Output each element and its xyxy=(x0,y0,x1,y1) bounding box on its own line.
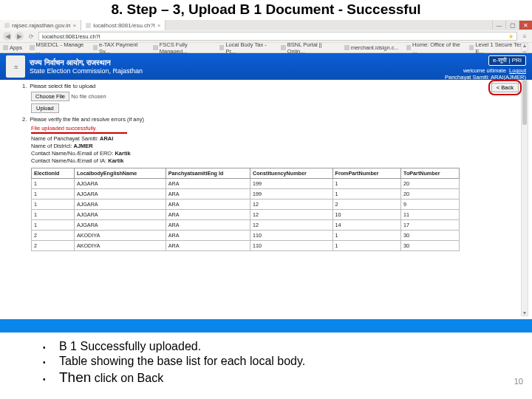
favicon-icon xyxy=(344,45,349,50)
bookmark-item[interactable]: FSCS Fully Managed... xyxy=(153,41,212,55)
favicon-icon xyxy=(469,45,474,50)
logout-link[interactable]: Logout xyxy=(509,67,526,74)
col-localbody: LocalbodyEnglishName xyxy=(74,168,166,178)
bookmark-item[interactable]: BSNL Portal || Onlin... xyxy=(281,41,336,55)
close-icon[interactable]: × xyxy=(157,22,161,29)
bookmark-item[interactable]: merchant.idsign.c... xyxy=(344,44,399,51)
favicon-icon xyxy=(406,45,411,50)
choose-file-button[interactable]: Choose File xyxy=(31,92,69,101)
step-number: 2. xyxy=(22,116,27,123)
header-title-english: State Election Commission, Rajasthan xyxy=(30,67,143,75)
step-text: Please select file to upload xyxy=(30,83,95,89)
bullet-2: •Table showing the base list for each lo… xyxy=(43,355,305,368)
table-cell: AJGARA xyxy=(74,209,166,219)
table-cell: 12 xyxy=(250,219,333,230)
table-cell: 9 xyxy=(401,199,460,209)
emblem-icon: ⚖ xyxy=(6,55,25,78)
table-row: 1AJGARAARA199120 xyxy=(32,178,460,188)
table-row: 1AJGARAARA121417 xyxy=(32,219,460,230)
table-body: 1AJGARAARA1991201AJGARAARA1991201AJGARAA… xyxy=(32,178,460,250)
window-close[interactable]: ✕ xyxy=(519,21,532,30)
favicon-icon xyxy=(93,45,98,50)
table-cell: 199 xyxy=(250,188,333,199)
table-cell: 1 xyxy=(332,240,401,250)
browser-chrome: rajsec.rajasthan.gov.in × localhost:8081… xyxy=(0,20,532,53)
favicon-icon xyxy=(86,23,91,28)
back-button[interactable]: < Back xyxy=(491,83,519,92)
table-row: 1AJGARAARA199120 xyxy=(32,188,460,199)
bookmark-label: Local Body Tax - Pr... xyxy=(225,41,273,55)
scroll-down-icon[interactable]: ▼ xyxy=(522,310,528,316)
table-cell: AKODIYA xyxy=(74,230,166,240)
upload-button[interactable]: Upload xyxy=(31,103,59,113)
meta-district: Name of District: AJMER xyxy=(31,143,510,149)
browser-tab-0[interactable]: rajsec.rajasthan.gov.in × xyxy=(0,20,81,30)
table-cell: ARA xyxy=(166,219,250,230)
bullet-1: •B 1 Successfully uploaded. xyxy=(43,340,305,353)
tab-label: rajsec.rajasthan.gov.in xyxy=(12,22,70,29)
table-cell: ARA xyxy=(166,178,250,188)
window-minimize[interactable]: — xyxy=(492,21,505,30)
reload-icon[interactable]: ⟳ xyxy=(27,32,35,41)
bullet-3: •Then click on Back xyxy=(43,369,305,386)
table-cell: 1 xyxy=(32,188,75,199)
bookmark-item[interactable]: Home: Office of the ... xyxy=(406,41,462,55)
browser-tab-1[interactable]: localhost:8081/esu.ch?l × xyxy=(81,20,166,30)
table-cell: 20 xyxy=(401,178,460,188)
bookmark-label: Apps xyxy=(10,44,22,51)
table-cell: AJGARA xyxy=(74,219,166,230)
favicon-icon xyxy=(219,45,224,50)
meta-ero: Contact Name/No./Email of ERO: Kartik xyxy=(31,150,510,157)
table-cell: ARA xyxy=(166,209,250,219)
table-cell: 14 xyxy=(332,219,401,230)
address-bar[interactable]: localhost:8081/esu.ch?l ★ xyxy=(38,32,517,41)
page-content: < Back 1. Please select file to upload C… xyxy=(0,80,532,251)
nav-back-icon[interactable]: ◀ xyxy=(3,32,12,41)
table-row: 1AJGARAARA121011 xyxy=(32,209,460,219)
app-header: ⚖ राज्य निर्वाचन आयोग, राजस्थान State El… xyxy=(0,53,532,80)
step-number: 1. xyxy=(22,83,27,89)
meta-samiti: Name of Panchayat Samiti: ARAI xyxy=(31,135,510,142)
bookmark-label: BSNL Portal || Onlin... xyxy=(287,41,337,55)
bookmark-label: e-TAX Payment Sy... xyxy=(99,41,146,55)
welcome-text: welcome ultimate xyxy=(463,67,506,74)
menu-icon[interactable]: ≡ xyxy=(520,32,529,41)
file-status: No file chosen xyxy=(71,93,106,100)
file-chooser: Choose File No file chosen xyxy=(31,92,510,101)
table-cell: 1 xyxy=(332,188,401,199)
bookmark-label: FSCS Fully Managed... xyxy=(160,41,212,55)
slide-bullets: •B 1 Successfully uploaded. •Table showi… xyxy=(43,340,305,387)
scroll-up-icon[interactable]: ▲ xyxy=(522,43,528,49)
close-icon[interactable]: × xyxy=(72,22,76,29)
col-topart: ToPartNumber xyxy=(401,168,460,178)
bookmark-item[interactable]: Level 1 Secure Test E... xyxy=(469,41,529,55)
decorative-strip xyxy=(0,319,532,332)
baselist-table: ElectionId LocalbodyEnglishName Panchyat… xyxy=(31,168,460,251)
table-cell: ARA xyxy=(166,199,250,209)
window-maximize[interactable]: ▢ xyxy=(505,21,519,30)
col-electionid: ElectionId xyxy=(32,168,75,178)
bookmark-item[interactable]: Local Body Tax - Pr... xyxy=(219,41,273,55)
table-cell: 12 xyxy=(250,209,333,219)
bookmark-label: merchant.idsign.c... xyxy=(351,44,399,51)
bookmark-item[interactable]: e-TAX Payment Sy... xyxy=(93,41,146,55)
bookmark-item[interactable]: MSEDCL - Manage ... xyxy=(30,41,86,55)
favicon-icon xyxy=(30,45,34,50)
bookmark-label: Home: Office of the ... xyxy=(412,41,462,55)
table-cell: AJGARA xyxy=(74,199,166,209)
table-row: 1AJGARAARA1229 xyxy=(32,199,460,209)
url-text: localhost:8081/esu.ch?l xyxy=(42,33,100,40)
step-2: 2. Please verify the file and resolve er… xyxy=(22,116,510,123)
bookmark-star-icon[interactable]: ★ xyxy=(508,33,514,40)
meta-ia: Contact Name/No./Email of IA: Kartik xyxy=(31,157,510,164)
table-cell: ARA xyxy=(166,240,250,250)
table-cell: AJGARA xyxy=(74,178,166,188)
table-row: 2AKODIYAARA110130 xyxy=(32,230,460,240)
apps-button[interactable]: Apps xyxy=(3,44,22,51)
welcome-line: welcome ultimate Logout xyxy=(463,67,526,74)
success-underline xyxy=(31,132,127,134)
step-1: 1. Please select file to upload xyxy=(22,83,510,89)
table-cell: ARA xyxy=(166,188,250,199)
nav-forward-icon[interactable]: ▶ xyxy=(15,32,24,41)
table-cell: 30 xyxy=(401,230,460,240)
